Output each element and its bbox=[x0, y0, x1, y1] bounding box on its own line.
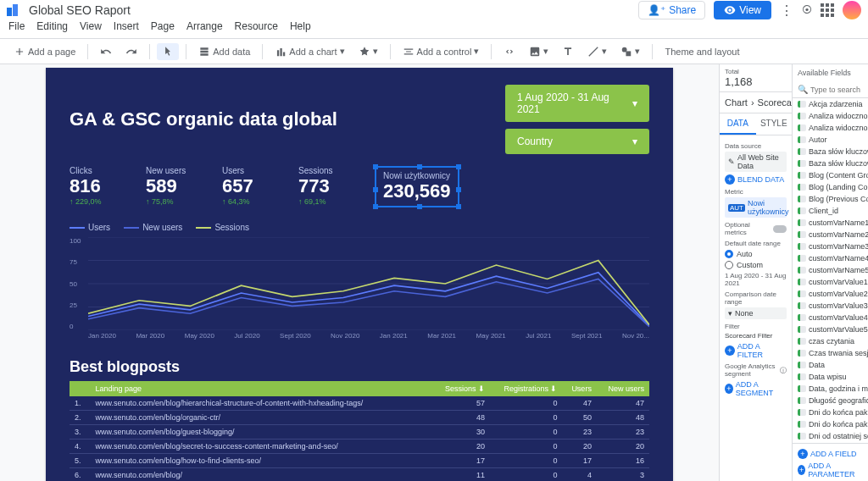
col-header[interactable]: Registrations ⬇ bbox=[490, 381, 562, 396]
table-row[interactable]: 4.www.senuto.com/en/blog/secret-to-succe… bbox=[70, 440, 649, 454]
add-page-button[interactable]: Add a page bbox=[8, 43, 81, 60]
date-range-control[interactable]: 1 Aug 2020 - 31 Aug 2021▾ bbox=[505, 85, 649, 122]
kpi-new-users[interactable]: New users589↑ 75,8% bbox=[146, 166, 197, 207]
selection-handle[interactable] bbox=[456, 204, 461, 209]
blogposts-table[interactable]: Landing pageSessions ⬇Registrations ⬇Use… bbox=[70, 381, 649, 481]
doc-title[interactable]: Global SEO Raport bbox=[29, 3, 131, 17]
tab-data[interactable]: DATA bbox=[720, 113, 756, 135]
field-item[interactable]: Data bbox=[793, 359, 868, 371]
field-item[interactable]: Data, godzina i minuty bbox=[793, 383, 868, 395]
field-item[interactable]: Autor bbox=[793, 134, 868, 146]
tab-style[interactable]: STYLE bbox=[756, 113, 793, 135]
field-item[interactable]: Dni do końca pakietu... bbox=[793, 406, 868, 418]
kpi-users[interactable]: Users657↑ 64,3% bbox=[222, 166, 273, 207]
report-page[interactable]: GA & GSC organic data global 1 Aug 2020 … bbox=[46, 68, 673, 481]
selection-handle[interactable] bbox=[456, 164, 461, 169]
selection-handle[interactable] bbox=[456, 187, 461, 192]
field-item[interactable]: customVarName3 bbox=[793, 240, 868, 252]
col-header[interactable]: Sessions ⬇ bbox=[433, 381, 490, 396]
table-row[interactable]: 5.www.senuto.com/en/blog/how-to-find-cli… bbox=[70, 454, 649, 468]
add-field-button[interactable]: +ADD A FIELD bbox=[798, 449, 863, 459]
field-item[interactable]: Dni od ostatniej sesji bbox=[793, 430, 868, 442]
selection-handle[interactable] bbox=[417, 204, 422, 209]
avatar[interactable] bbox=[843, 1, 861, 19]
blend-data-button[interactable]: +BLEND DATA bbox=[725, 174, 787, 185]
field-item[interactable]: Dni do końca pakietu... bbox=[793, 418, 868, 430]
field-item[interactable]: customVarName1 bbox=[793, 217, 868, 229]
menu-file[interactable]: File bbox=[8, 20, 25, 38]
add-control-button[interactable]: Add a control▾ bbox=[398, 43, 485, 60]
field-item[interactable]: customVarValue3 bbox=[793, 300, 868, 312]
comparison-select[interactable]: ▾None bbox=[725, 307, 787, 319]
selection-handle[interactable] bbox=[373, 204, 378, 209]
country-control[interactable]: Country▾ bbox=[505, 129, 649, 154]
table-row[interactable]: 2.www.senuto.com/en/blog/organic-ctr/480… bbox=[70, 411, 649, 425]
url-embed-button[interactable] bbox=[498, 43, 520, 60]
field-item[interactable]: customVarName2 bbox=[793, 229, 868, 240]
col-header[interactable]: New users bbox=[597, 381, 649, 396]
field-item[interactable]: Blog (Content Group) bbox=[793, 169, 868, 181]
view-button[interactable]: View bbox=[714, 1, 771, 19]
menu-insert[interactable]: Insert bbox=[114, 20, 139, 38]
help-icon[interactable]: ⓘ bbox=[780, 366, 787, 375]
menu-arrange[interactable]: Arrange bbox=[186, 20, 223, 38]
share-button[interactable]: 👤⁺ Share bbox=[638, 1, 705, 19]
table-row[interactable]: 1.www.senuto.com/en/blog/hierarchical-st… bbox=[70, 396, 649, 411]
field-item[interactable]: customVarValue2 bbox=[793, 288, 868, 300]
selection-handle[interactable] bbox=[417, 164, 422, 169]
toggle-icon[interactable] bbox=[773, 225, 787, 233]
redo-button[interactable] bbox=[120, 43, 142, 60]
field-item[interactable]: Baza słów kluczowyc... bbox=[793, 158, 868, 169]
add-chart-button[interactable]: Add a chart▾ bbox=[270, 43, 349, 60]
field-item[interactable]: Analiza widoczności ( bbox=[793, 122, 868, 134]
menu-help[interactable]: Help bbox=[290, 20, 311, 38]
more-icon[interactable]: ⋮ bbox=[780, 3, 793, 19]
help-icon[interactable]: ⦿ bbox=[802, 4, 812, 16]
breadcrumb[interactable]: Chart›Scorecard bbox=[720, 92, 792, 113]
radio-custom[interactable]: Custom bbox=[725, 261, 787, 269]
field-item[interactable]: customVarValue5 bbox=[793, 323, 868, 335]
field-item[interactable]: customVarValue1 bbox=[793, 276, 868, 288]
selection-tool[interactable] bbox=[157, 43, 179, 60]
kpi-sessions[interactable]: Sessions773↑ 69,1% bbox=[298, 166, 349, 207]
scorecard-selected[interactable]: Nowi użytkownicy230,569 bbox=[375, 166, 459, 207]
field-item[interactable]: czas czytania bbox=[793, 335, 868, 347]
add-parameter-button[interactable]: +ADD A PARAMETER bbox=[798, 462, 863, 478]
menu-view[interactable]: View bbox=[80, 20, 102, 38]
menu-page[interactable]: Page bbox=[151, 20, 175, 38]
menu-editing[interactable]: Editing bbox=[36, 20, 68, 38]
add-filter-button[interactable]: +ADD A FILTER bbox=[725, 342, 787, 359]
image-button[interactable]: ▾ bbox=[524, 43, 554, 60]
text-button[interactable] bbox=[557, 43, 579, 60]
menu-resource[interactable]: Resource bbox=[235, 20, 278, 38]
metric-chip[interactable]: AUTNowi użytkownicy bbox=[725, 197, 787, 218]
field-item[interactable]: Czas trwania sesji – z bbox=[793, 347, 868, 359]
add-segment-button[interactable]: +ADD A SEGMENT bbox=[725, 380, 787, 397]
field-item[interactable]: Blog (Landing Conten bbox=[793, 181, 868, 193]
selection-handle[interactable] bbox=[373, 164, 378, 169]
canvas[interactable]: GA & GSC organic data global 1 Aug 2020 … bbox=[0, 64, 719, 481]
table-row[interactable]: 3.www.senuto.com/en/blog/guest-blogging/… bbox=[70, 425, 649, 440]
fields-search-input[interactable] bbox=[810, 86, 863, 94]
field-item[interactable]: Blog (Previous Conten bbox=[793, 193, 868, 205]
field-item[interactable]: Akcja zdarzenia bbox=[793, 98, 868, 110]
community-viz-button[interactable]: ▾ bbox=[353, 43, 383, 60]
field-item[interactable]: Data wpisu bbox=[793, 371, 868, 383]
line-button[interactable]: ▾ bbox=[582, 43, 612, 60]
kpi-clicks[interactable]: Clicks816↑ 229,0% bbox=[70, 166, 120, 207]
radio-auto[interactable]: Auto bbox=[725, 250, 787, 258]
undo-button[interactable] bbox=[95, 43, 117, 60]
theme-button[interactable]: Theme and layout bbox=[659, 44, 744, 59]
add-data-button[interactable]: Add data bbox=[193, 43, 255, 60]
data-source-chip[interactable]: ✎All Web Site Data bbox=[725, 152, 787, 172]
field-item[interactable]: customVarName5 bbox=[793, 264, 868, 276]
field-item[interactable]: Analiza widoczności ( bbox=[793, 110, 868, 122]
field-item[interactable]: Client_id bbox=[793, 205, 868, 217]
field-item[interactable]: Baza słów kluczowy... bbox=[793, 146, 868, 158]
table-row[interactable]: 6.www.senuto.com/en/blog/11043 bbox=[70, 468, 649, 482]
col-header[interactable]: Landing page bbox=[91, 381, 433, 396]
selection-handle[interactable] bbox=[373, 187, 378, 192]
field-item[interactable]: customVarValue4 bbox=[793, 312, 868, 323]
field-item[interactable]: Długość geograficzna... bbox=[793, 395, 868, 406]
line-chart[interactable]: 1007550250 bbox=[70, 237, 649, 330]
